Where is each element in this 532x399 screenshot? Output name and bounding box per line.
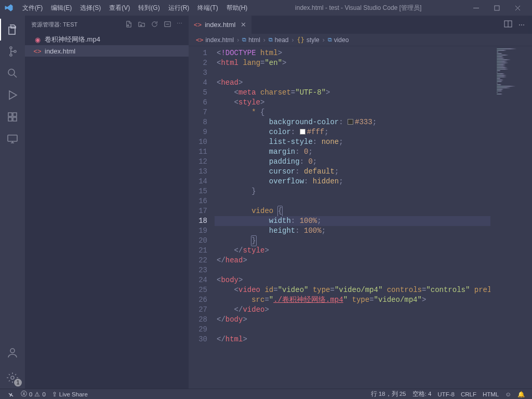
close-tab-icon[interactable]: ✕: [241, 21, 246, 29]
breadcrumb-icon: ⧉: [242, 36, 246, 43]
tab-index-html[interactable]: <> index.html ✕: [189, 16, 252, 34]
notifications-icon[interactable]: 🔔: [514, 389, 528, 399]
refresh-icon[interactable]: [151, 20, 158, 29]
breadcrumb-icon: ⧉: [269, 36, 273, 43]
new-folder-icon[interactable]: [138, 20, 145, 29]
menu-item[interactable]: 文件(F): [19, 2, 46, 15]
search-tab[interactable]: [0, 62, 25, 84]
chevron-icon: [7, 391, 15, 398]
debug-tab[interactable]: [0, 84, 25, 106]
language-mode[interactable]: HTML: [480, 389, 502, 399]
minimap[interactable]: [490, 46, 532, 389]
remote-indicator[interactable]: [4, 389, 18, 399]
breadcrumb-icon: <>: [196, 36, 203, 44]
split-editor-icon[interactable]: [504, 20, 512, 30]
maximize-button[interactable]: [486, 0, 507, 16]
vscode-logo-icon: [4, 3, 14, 12]
activity-bar: 1: [0, 16, 25, 389]
problems-indicator[interactable]: ⓧ0 ⚠0: [18, 389, 49, 399]
file-tree: ◉卷积神经网络.mp4<>index.html: [25, 34, 189, 57]
code-editor[interactable]: 1234567891011121314151617181920212223242…: [189, 46, 532, 389]
warning-icon: ⚠: [34, 391, 40, 398]
breadcrumb-icon: ⧉: [328, 36, 332, 43]
html-file-icon: <>: [33, 47, 42, 55]
more-actions-icon[interactable]: ⋯: [518, 21, 525, 29]
minimize-button[interactable]: [466, 0, 486, 16]
explorer-sidebar: 资源管理器: TEST ⋯ ◉卷积神经网络.mp4<>index.html: [25, 16, 189, 389]
explorer-header: 资源管理器: TEST ⋯: [25, 16, 189, 34]
svg-point-4: [10, 349, 15, 353]
feedback-icon[interactable]: ☺: [502, 389, 514, 399]
more-icon[interactable]: ⋯: [177, 20, 182, 29]
html-icon: <>: [194, 21, 202, 29]
file-item[interactable]: ◉卷积神经网络.mp4: [25, 34, 189, 45]
menu-item[interactable]: 查看(V): [105, 2, 134, 15]
breadcrumb-item[interactable]: html: [248, 36, 260, 44]
liveshare-icon: ⇪: [52, 391, 57, 398]
file-label: index.html: [45, 47, 75, 55]
window-controls: [466, 0, 528, 16]
svg-point-5: [11, 376, 14, 379]
breadcrumb-icon: {}: [297, 36, 304, 44]
menubar: 文件(F)编辑(E)选择(S)查看(V)转到(G)运行(R)终端(T)帮助(H): [19, 2, 251, 15]
accounts-button[interactable]: [0, 342, 25, 364]
statusbar: ⓧ0 ⚠0 ⇪Live Share 行 18，列 25 空格: 4 UTF-8 …: [0, 389, 532, 399]
menu-item[interactable]: 帮助(H): [223, 2, 251, 15]
error-icon: ⓧ: [21, 390, 27, 398]
source-control-tab[interactable]: [0, 41, 25, 62]
svg-rect-1: [495, 6, 499, 10]
line-numbers: 1234567891011121314151617181920212223242…: [189, 46, 215, 389]
tab-label: index.html: [205, 21, 235, 29]
menu-item[interactable]: 运行(R): [165, 2, 193, 15]
file-item[interactable]: <>index.html: [25, 45, 189, 57]
menu-item[interactable]: 选择(S): [76, 2, 104, 15]
editor-tabs: <> index.html ✕ ⋯: [189, 16, 532, 34]
svg-point-2: [8, 69, 15, 75]
new-file-icon[interactable]: [125, 20, 132, 29]
settings-badge: 1: [14, 379, 22, 387]
explorer-title: 资源管理器: TEST: [31, 21, 125, 29]
encoding[interactable]: UTF-8: [434, 389, 458, 399]
editor-area: <> index.html ✕ ⋯ <> index.html›⧉ html›⧉…: [189, 16, 532, 389]
liveshare-button[interactable]: ⇪Live Share: [49, 389, 91, 399]
breadcrumb-item[interactable]: index.html: [205, 36, 234, 44]
breadcrumbs[interactable]: <> index.html›⧉ html›⧉ head›{} style›⧉ v…: [189, 34, 532, 46]
settings-button[interactable]: 1: [0, 367, 25, 389]
window-title: index.html - test - Visual Studio Code […: [251, 4, 466, 12]
file-label: 卷积神经网络.mp4: [45, 35, 100, 44]
breadcrumb-item[interactable]: video: [334, 36, 349, 44]
titlebar: 文件(F)编辑(E)选择(S)查看(V)转到(G)运行(R)终端(T)帮助(H)…: [0, 0, 532, 16]
extensions-tab[interactable]: [0, 106, 25, 128]
menu-item[interactable]: 转到(G): [135, 2, 163, 15]
breadcrumb-item[interactable]: head: [275, 36, 289, 44]
cursor-position[interactable]: 行 18，列 25: [368, 389, 409, 399]
svg-rect-3: [8, 135, 17, 141]
svg-rect-0: [473, 8, 479, 8]
menu-item[interactable]: 编辑(E): [47, 2, 75, 15]
menu-item[interactable]: 终端(T): [194, 2, 221, 15]
remote-tab[interactable]: [0, 128, 25, 150]
code-content[interactable]: <!DOCTYPE html><html lang="en"><head> <m…: [215, 46, 532, 389]
collapse-icon[interactable]: [164, 20, 171, 29]
video-file-icon: ◉: [33, 35, 42, 44]
explorer-tab[interactable]: [0, 19, 25, 41]
eol[interactable]: CRLF: [458, 389, 480, 399]
close-button[interactable]: [507, 0, 528, 16]
indentation[interactable]: 空格: 4: [409, 389, 435, 399]
breadcrumb-item[interactable]: style: [307, 36, 320, 44]
